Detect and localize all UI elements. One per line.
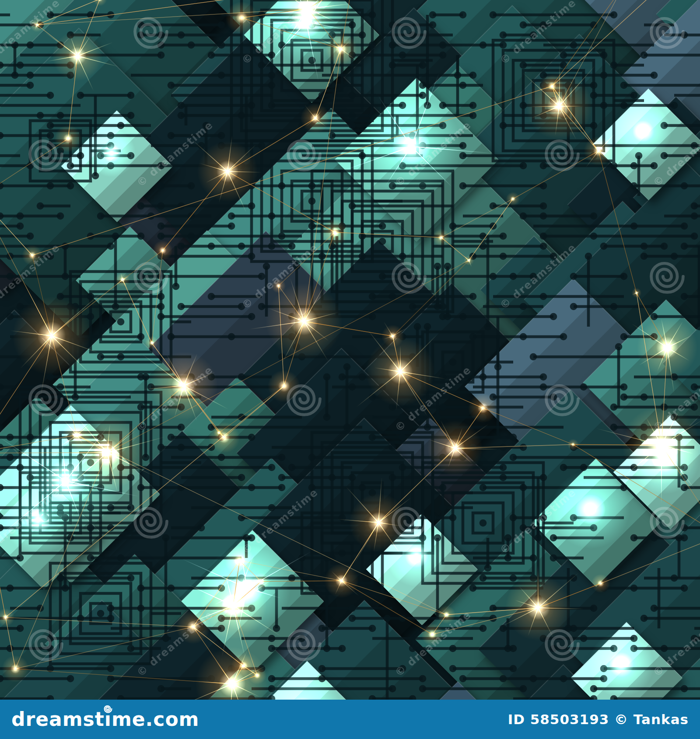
dreamstime-footer-bar: dreamstıme.com ID 58503193 © Tankas: [0, 700, 700, 739]
dreamstime-spiral-icon: [103, 704, 113, 714]
abstract-pattern-canvas: [0, 0, 700, 700]
stock-image-page: © dreamstime© dreamstime© dreamstime© dr…: [0, 0, 700, 739]
dreamstime-logo: dreamstıme.com: [11, 710, 199, 729]
logo-text-pre: dreamst: [11, 710, 105, 729]
image-credit: ID 58503193 © Tankas: [508, 711, 689, 727]
logo-letter-i: ı: [105, 710, 112, 729]
logo-text-post: me.com: [112, 710, 200, 729]
